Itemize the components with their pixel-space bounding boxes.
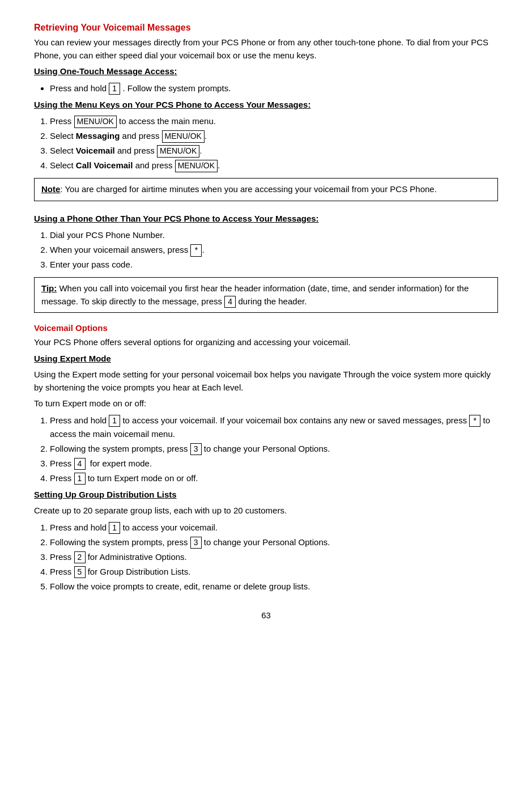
one-touch-item: Press and hold 1 . Follow the system pro… — [50, 82, 498, 95]
expert-mode-turn-on: To turn Expert mode on or off: — [34, 397, 498, 410]
expert-step-1: Press and hold 1 to access your voicemai… — [50, 414, 498, 441]
expert-mode-label: Using Expert Mode — [34, 353, 498, 366]
phone-other-step-2: When your voicemail answers, press *. — [50, 243, 498, 257]
key-menu-ok-3: MENU/OK — [157, 145, 199, 158]
key-1-expert-off: 1 — [74, 473, 86, 485]
one-touch-list: Press and hold 1 . Follow the system pro… — [50, 82, 498, 95]
menu-step-1: Press MENU/OK to access the main menu. — [50, 114, 498, 128]
note-label: Note — [41, 184, 60, 194]
menu-step-4: Select Call Voicemail and press MENU/OK. — [50, 159, 498, 172]
key-4-tip: 4 — [224, 296, 236, 308]
key-1-expert: 1 — [109, 415, 120, 427]
menu-keys-steps: Press MENU/OK to access the main menu. S… — [50, 114, 498, 172]
messaging-label: Messaging — [76, 131, 120, 141]
tip-box: Tip: When you call into voicemail you fi… — [34, 277, 498, 313]
menu-step-2: Select Messaging and press MENU/OK. — [50, 129, 498, 143]
phone-other-step-3: Enter your pass code. — [50, 258, 498, 271]
one-touch-text-before: Press and hold — [50, 83, 109, 93]
voicemail-label: Voicemail — [76, 146, 115, 155]
phone-other-title: Using a Phone Other Than Your PCS Phone … — [34, 214, 319, 223]
expert-mode-steps: Press and hold 1 to access your voicemai… — [50, 414, 498, 485]
phone-other-step-1: Dial your PCS Phone Number. — [50, 228, 498, 242]
menu-keys-title: Using the Menu Keys on Your PCS Phone to… — [34, 100, 310, 109]
expert-step-3: Press 4 for expert mode. — [50, 457, 498, 470]
key-menu-ok-2: MENU/OK — [162, 130, 205, 143]
phone-other-label: Using a Phone Other Than Your PCS Phone … — [34, 213, 498, 226]
menu-step-3: Select Voicemail and press MENU/OK. — [50, 144, 498, 158]
group-step-2: Following the system prompts, press 3 to… — [50, 536, 498, 549]
key-3-group: 3 — [190, 537, 202, 549]
one-touch-title: Using One-Touch Message Access: — [34, 66, 177, 76]
group-dist-title: Setting Up Group Distribution Lists — [34, 490, 177, 499]
one-touch-label: Using One-Touch Message Access: — [34, 65, 498, 78]
tip-label: Tip: — [41, 283, 57, 293]
key-1-group: 1 — [109, 522, 120, 534]
section-title-retrieving: Retrieving Your Voicemail Messages — [34, 23, 498, 33]
one-touch-text-after: . Follow the system prompts. — [122, 83, 231, 93]
section-title-voicemail-options: Voicemail Options — [34, 323, 498, 333]
key-1-one-touch: 1 — [109, 83, 120, 95]
expert-step-4: Press 1 to turn Expert mode on or off. — [50, 472, 498, 485]
key-2-group: 2 — [74, 551, 86, 564]
key-4-expert: 4 — [74, 458, 86, 470]
key-menu-ok-1: MENU/OK — [74, 116, 117, 128]
group-dist-label: Setting Up Group Distribution Lists — [34, 489, 498, 502]
key-5-group: 5 — [74, 566, 86, 579]
expert-mode-title: Using Expert Mode — [34, 354, 111, 363]
call-voicemail-label: Call Voicemail — [76, 160, 133, 170]
phone-other-steps: Dial your PCS Phone Number. When your vo… — [50, 228, 498, 271]
expert-mode-body: Using the Expert mode setting for your p… — [34, 368, 498, 394]
group-step-4: Press 5 for Group Distribution Lists. — [50, 565, 498, 579]
tip-text-after: during the header. — [238, 296, 307, 306]
group-dist-steps: Press and hold 1 to access your voicemai… — [50, 521, 498, 593]
group-dist-body: Create up to 20 separate group lists, ea… — [34, 504, 498, 517]
key-menu-ok-4: MENU/OK — [175, 160, 218, 172]
group-step-3: Press 2 for Administrative Options. — [50, 550, 498, 564]
expert-step-2: Following the system prompts, press 3 to… — [50, 442, 498, 456]
page-number: 63 — [34, 610, 498, 620]
key-3-expert: 3 — [190, 443, 202, 456]
menu-keys-label: Using the Menu Keys on Your PCS Phone to… — [34, 99, 498, 112]
retrieving-intro: You can review your messages directly fr… — [34, 36, 498, 62]
group-step-5: Follow the voice prompts to create, edit… — [50, 580, 498, 593]
key-star: * — [190, 244, 202, 257]
key-star-expert: * — [469, 415, 480, 427]
voicemail-options-intro: Your PCS Phone offers several options fo… — [34, 336, 498, 349]
group-step-1: Press and hold 1 to access your voicemai… — [50, 521, 498, 534]
note-box: Note: You are charged for airtime minute… — [34, 178, 498, 201]
note-text: : You are charged for airtime minutes wh… — [60, 184, 437, 194]
